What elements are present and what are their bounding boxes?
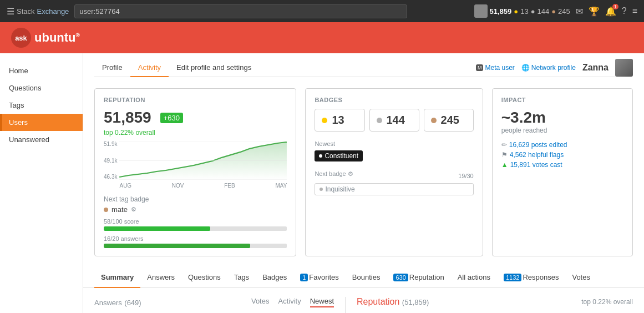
user-name: Zanna xyxy=(582,63,608,73)
answers-bar xyxy=(104,244,287,248)
helpful-flags-link[interactable]: 4,562 helpful flags xyxy=(510,151,564,159)
answers-title: Answers (649) xyxy=(94,297,141,307)
section-row: Answers (649) Votes Activity Newest 2 Ho… xyxy=(94,297,633,313)
notif-badge: 1 xyxy=(612,4,618,9)
rep-header: Reputation (51,859) top 0.22% overall xyxy=(357,297,633,307)
impact-stats: ✏ 16,629 posts edited ⚑ 4,562 helpful fl… xyxy=(501,141,623,169)
posts-edited-link[interactable]: 16,629 posts edited xyxy=(509,141,567,149)
hamburger-icon[interactable]: ☰ xyxy=(7,6,14,17)
impact-panel: IMPACT ~3.2m people reached ✏ 16,629 pos… xyxy=(492,88,633,256)
impact-label: people reached xyxy=(501,127,623,134)
sidebar-item-unanswered[interactable]: Unanswered xyxy=(0,131,83,148)
silver-dot: ● xyxy=(531,7,535,16)
next-badge-gear-icon[interactable]: ⚙ xyxy=(348,170,353,177)
reputation-panel-title: REPUTATION xyxy=(104,97,287,103)
reputation-column: Reputation (51,859) top 0.22% overall xyxy=(345,297,633,313)
inbox-icon[interactable]: ✉ xyxy=(576,6,583,17)
impact-panel-title: IMPACT xyxy=(501,97,623,103)
chart-x-may: MAY xyxy=(275,183,287,189)
gold-dot: ● xyxy=(514,7,518,16)
constituent-badge: Constituent xyxy=(315,150,363,161)
chart-x-labels: AUG NOV FEB MAY xyxy=(119,183,287,189)
sub-nav: Summary Answers Questions Tags Badges 1F… xyxy=(83,267,644,288)
silver-count: 144 xyxy=(537,7,549,16)
inquisitive-dot xyxy=(320,188,323,191)
search-input[interactable] xyxy=(74,4,407,18)
chart-y-bot: 46.3k xyxy=(104,174,117,180)
score-fill xyxy=(104,226,210,231)
network-link-text: Network profile xyxy=(531,64,576,72)
sort-activity[interactable]: Activity xyxy=(278,297,301,307)
sub-tab-summary[interactable]: Summary xyxy=(94,267,140,288)
registered-icon: ® xyxy=(76,32,80,38)
next-badge-label: Next badge ⚙ xyxy=(315,170,353,178)
sub-tab-responses[interactable]: 1132Responses xyxy=(497,267,566,288)
votes-cast-stat: ▲ 15,891 votes cast xyxy=(501,161,623,169)
bronze-dot: ● xyxy=(551,7,556,16)
silver-badge-dot xyxy=(377,118,382,123)
rep-title: Reputation (51,859) xyxy=(357,297,429,307)
badges-counts-row: 13 144 245 xyxy=(315,109,473,132)
helpful-flags-stat: ⚑ 4,562 helpful flags xyxy=(501,151,623,159)
sidebar-item-users[interactable]: Users xyxy=(0,114,83,131)
meta-user-link[interactable]: M Meta user xyxy=(476,64,515,72)
settings-icon[interactable]: ⚙ xyxy=(131,206,136,213)
rep-info: 51,859 ● 13 ● 144 ● 245 xyxy=(474,4,570,18)
help-icon[interactable]: ? xyxy=(622,6,627,16)
menu-icon[interactable]: ≡ xyxy=(632,6,637,16)
answers-progress: 16/20 answers xyxy=(104,235,287,248)
brand-exchange: Exchange xyxy=(37,7,69,16)
sub-tab-all-actions[interactable]: All actions xyxy=(451,267,497,288)
votes-cast-link[interactable]: 15,891 votes cast xyxy=(510,161,562,169)
meta-link-text: Meta user xyxy=(485,64,514,72)
sub-tab-favorites[interactable]: 1Favorites xyxy=(293,267,346,288)
sidebar-item-tags[interactable]: Tags xyxy=(0,97,83,114)
search-bar[interactable] xyxy=(74,4,407,18)
sidebar-item-home[interactable]: Home xyxy=(0,62,83,79)
content-area: Profile Activity Edit profile and settin… xyxy=(83,53,644,313)
inquisitive-badge: Inquisitive xyxy=(315,183,473,195)
next-badge-title: Next tag badge xyxy=(104,195,287,203)
network-profile-link[interactable]: 🌐 Network profile xyxy=(521,64,576,72)
newest-badge-section: Newest Constituent xyxy=(315,140,473,161)
top-bar: ☰ StackExchange 51,859 ● 13 ● 144 ● 245 … xyxy=(0,0,644,22)
score-bar xyxy=(104,226,287,231)
brand-stack: Stack xyxy=(17,7,35,16)
badge-item: mate ⚙ xyxy=(104,205,287,214)
tab-profile[interactable]: Profile xyxy=(94,59,130,77)
sub-tab-votes[interactable]: Votes xyxy=(565,267,597,288)
achievements-icon[interactable]: 🏆 xyxy=(589,6,600,17)
arrow-up-icon: ▲ xyxy=(501,161,508,169)
sidebar-item-questions[interactable]: Questions xyxy=(0,79,83,97)
sub-tab-questions[interactable]: Questions xyxy=(181,267,227,288)
site-header: ask ubuntu® xyxy=(0,22,644,53)
chart-x-aug: AUG xyxy=(119,183,131,189)
sub-tab-bounties[interactable]: Bounties xyxy=(346,267,387,288)
gold-badge-dot xyxy=(322,118,327,123)
sort-newest[interactable]: Newest xyxy=(310,297,334,307)
tab-edit[interactable]: Edit profile and settings xyxy=(169,59,259,77)
next-badge-section: Next badge ⚙ 19/30 Inquisitive xyxy=(315,170,473,195)
bronze-count: 245 xyxy=(558,7,570,16)
chart-y-top: 51.9k xyxy=(104,141,117,147)
score-label: 58/100 score xyxy=(104,218,287,225)
brand[interactable]: ☰ StackExchange xyxy=(7,6,69,17)
inquisitive-label: Inquisitive xyxy=(325,185,354,193)
rep-top-label: top 0.22% overall xyxy=(581,298,633,306)
sub-tab-badges[interactable]: Badges xyxy=(256,267,293,288)
user-avatar xyxy=(615,59,633,77)
sub-tab-answers[interactable]: Answers xyxy=(140,267,181,288)
top-bar-right: 51,859 ● 13 ● 144 ● 245 ✉ 🏆 🔔 1 ? ≡ xyxy=(474,4,637,18)
gold-badge-count: 13 xyxy=(332,114,344,127)
answers-fill xyxy=(104,244,250,248)
review-icon[interactable]: 🔔 1 xyxy=(605,6,616,17)
tab-activity[interactable]: Activity xyxy=(130,59,169,77)
bronze-badge-count: 245 xyxy=(441,114,459,127)
site-logo[interactable]: ask ubuntu® xyxy=(11,28,80,48)
sidebar: Home Questions Tags Users Unanswered xyxy=(0,53,83,313)
answers-header: Answers (649) Votes Activity Newest xyxy=(94,297,334,307)
sort-votes[interactable]: Votes xyxy=(251,297,270,307)
bronze-badge-box: 245 xyxy=(424,109,474,132)
sub-tab-tags[interactable]: Tags xyxy=(227,267,256,288)
sub-tab-reputation[interactable]: 630Reputation xyxy=(387,267,450,288)
